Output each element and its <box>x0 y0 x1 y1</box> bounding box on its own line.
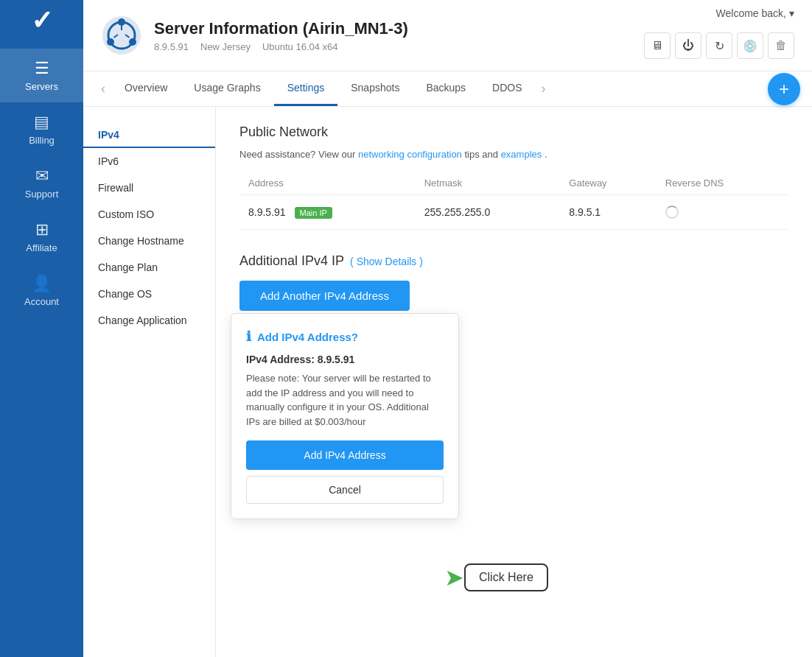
leftnav-change-application[interactable]: Change Application <box>83 307 215 334</box>
click-here-label: Click Here <box>464 563 548 591</box>
leftnav-change-os[interactable]: Change OS <box>83 281 215 307</box>
server-info: Server Information (Airin_MN1-3) 8.9.5.9… <box>154 19 408 52</box>
popup-header: ℹ Add IPv4 Address? <box>246 328 444 345</box>
col-rdns: Reverse DNS <box>657 172 788 195</box>
servers-icon: ☰ <box>35 59 49 78</box>
sidebar-billing-label: Billing <box>29 135 55 146</box>
add-ipv4-popup: ℹ Add IPv4 Address? IPv4 Address: 8.9.5.… <box>231 313 459 519</box>
popup-note: Please note: Your server will be restart… <box>246 371 444 429</box>
additional-ipv4-section: Additional IPv4 IP ( Show Details ) <box>239 253 788 269</box>
welcome-text: Welcome back, ▾ <box>716 7 794 19</box>
main-content: Welcome back, ▾ Server Information (Airi… <box>83 0 812 657</box>
tab-next-arrow[interactable]: › <box>536 75 552 102</box>
account-icon: 👤 <box>32 274 52 293</box>
confirm-add-ipv4-button[interactable]: Add IPv4 Address <box>246 440 444 470</box>
delete-button[interactable]: 🗑 <box>768 32 794 59</box>
show-details-link[interactable]: ( Show Details ) <box>350 256 423 267</box>
main-panel: Public Network Need assistance? View our… <box>216 107 812 657</box>
info-icon: ℹ <box>246 328 251 345</box>
disk-button[interactable]: 💿 <box>737 32 763 59</box>
server-logo-icon <box>101 15 142 56</box>
sidebar-item-billing[interactable]: ▤ Billing <box>0 102 83 156</box>
add-button[interactable]: + <box>768 73 800 105</box>
tab-snapshots[interactable]: Snapshots <box>337 71 413 106</box>
sidebar-item-servers[interactable]: ☰ Servers <box>0 49 83 102</box>
server-title: Server Information (Airin_MN1-3) <box>154 19 408 38</box>
svg-point-2 <box>118 18 125 26</box>
col-netmask: Netmask <box>416 172 561 195</box>
arrow-icon: ➤ <box>444 563 464 591</box>
popup-ip-label: IPv4 Address: 8.9.5.91 <box>246 354 444 365</box>
sidebar-item-support[interactable]: ✉ Support <box>0 156 83 210</box>
col-address: Address <box>239 172 416 195</box>
col-gateway: Gateway <box>560 172 656 195</box>
monitor-button[interactable]: 🖥 <box>644 32 671 59</box>
add-another-ipv4-button[interactable]: Add Another IPv4 Address <box>239 281 410 311</box>
affiliate-icon: ⊞ <box>35 220 49 239</box>
tab-backups[interactable]: Backups <box>413 71 479 106</box>
leftnav-change-plan[interactable]: Change Plan <box>83 254 215 281</box>
rdns-cell <box>657 195 788 230</box>
refresh-button[interactable]: ↻ <box>706 32 732 59</box>
sidebar-support-label: Support <box>25 189 59 200</box>
table-row: 8.9.5.91 Main IP 255.255.255.0 8.9.5.1 <box>239 195 788 230</box>
sidebar-item-account[interactable]: 👤 Account <box>0 264 83 317</box>
netmask-cell: 255.255.255.0 <box>416 195 561 230</box>
gateway-cell: 8.9.5.1 <box>560 195 656 230</box>
ip-address-cell: 8.9.5.91 Main IP <box>239 195 416 230</box>
network-table: Address Netmask Gateway Reverse DNS 8.9.… <box>239 172 788 230</box>
tab-settings[interactable]: Settings <box>274 71 338 106</box>
server-meta: 8.9.5.91 New Jersey Ubuntu 16.04 x64 <box>154 41 408 52</box>
sidebar-account-label: Account <box>24 296 59 307</box>
public-network-title: Public Network <box>239 124 788 140</box>
billing-icon: ▤ <box>34 113 49 132</box>
tab-ddos[interactable]: DDOS <box>479 71 535 106</box>
support-icon: ✉ <box>35 166 49 186</box>
additional-ipv4-title: Additional IPv4 IP <box>239 253 344 269</box>
power-button[interactable]: ⏻ <box>675 32 701 59</box>
main-ip-badge: Main IP <box>295 207 332 219</box>
cancel-add-ipv4-button[interactable]: Cancel <box>246 476 444 504</box>
popup-dialog: ℹ Add IPv4 Address? IPv4 Address: 8.9.5.… <box>231 313 459 519</box>
examples-link[interactable]: examples <box>501 149 542 160</box>
leftnav-change-hostname[interactable]: Change Hostname <box>83 228 215 254</box>
loading-spinner <box>665 205 679 219</box>
networking-config-link[interactable]: networking configuration <box>358 149 462 160</box>
tab-overview[interactable]: Overview <box>111 71 181 106</box>
network-help-text: Need assistance? View our networking con… <box>239 149 788 160</box>
tab-navigation: ‹ Overview Usage Graphs Settings Snapsho… <box>83 71 812 107</box>
leftnav-firewall[interactable]: Firewall <box>83 175 215 201</box>
popup-ip-value: 8.9.5.91 <box>318 354 355 365</box>
leftnav-ipv4[interactable]: IPv4 <box>83 122 215 148</box>
svg-point-3 <box>129 38 136 46</box>
content-area: IPv4 IPv6 Firewall Custom ISO Change Hos… <box>83 107 812 657</box>
leftnav-ipv6[interactable]: IPv6 <box>83 148 215 175</box>
click-here-annotation: ➤ Click Here <box>444 563 548 591</box>
sidebar-servers-label: Servers <box>25 81 58 92</box>
header-actions: 🖥 ⏻ ↻ 💿 🗑 <box>644 32 794 59</box>
page-header: Welcome back, ▾ Server Information (Airi… <box>83 0 812 71</box>
server-ip: 8.9.5.91 <box>154 41 189 52</box>
popup-title: Add IPv4 Address? <box>257 331 358 343</box>
left-navigation: IPv4 IPv6 Firewall Custom ISO Change Hos… <box>83 107 216 657</box>
sidebar-item-affiliate[interactable]: ⊞ Affiliate <box>0 210 83 264</box>
sidebar-logo: ✓ <box>31 7 53 34</box>
tab-usage-graphs[interactable]: Usage Graphs <box>181 71 273 106</box>
sidebar-affiliate-label: Affiliate <box>26 242 57 253</box>
svg-point-4 <box>107 38 114 46</box>
chevron-down-icon: ▾ <box>789 7 794 19</box>
server-os: Ubuntu 16.04 x64 <box>262 41 338 52</box>
ip-address-value: 8.9.5.91 <box>248 206 286 218</box>
server-location: New Jersey <box>200 41 251 52</box>
tab-prev-arrow[interactable]: ‹ <box>95 75 111 102</box>
sidebar: ✓ ☰ Servers ▤ Billing ✉ Support ⊞ Affili… <box>0 0 83 657</box>
leftnav-custom-iso[interactable]: Custom ISO <box>83 201 215 228</box>
